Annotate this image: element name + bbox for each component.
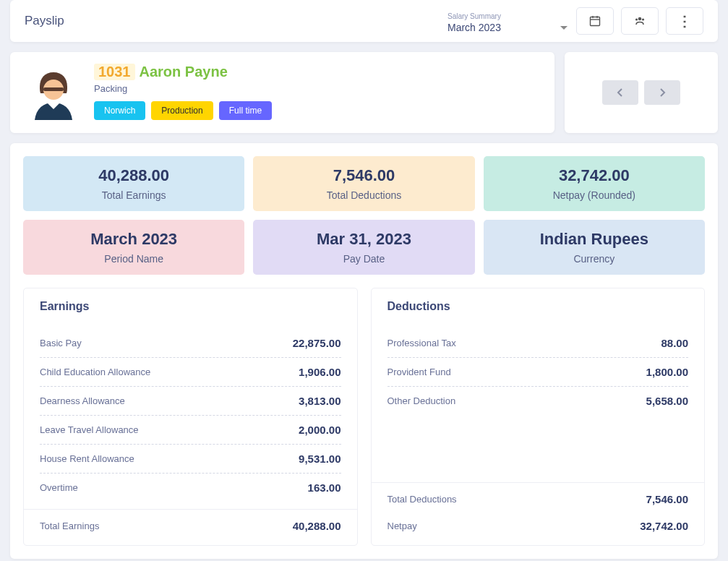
kpi-label: Total Deductions — [260, 189, 467, 201]
svg-rect-8 — [43, 87, 64, 91]
kpi-label: Pay Date — [260, 253, 467, 265]
calendar-icon — [589, 15, 601, 27]
earnings-row: Overtime163.00 — [40, 474, 341, 502]
earnings-body: Basic Pay22,875.00 Child Education Allow… — [24, 325, 357, 509]
avatar — [25, 64, 82, 121]
period-select[interactable]: Salary Summary March 2023 — [446, 12, 569, 35]
more-button[interactable]: ⋮ — [666, 7, 703, 35]
kpi-value: Indian Rupees — [491, 230, 698, 249]
kpi-total-deductions: 7,546.00 Total Deductions — [253, 156, 474, 211]
deductions-body: Professional Tax88.00 Provident Fund1,80… — [372, 325, 705, 482]
tables-row: Earnings Basic Pay22,875.00 Child Educat… — [23, 288, 705, 546]
earnings-row: House Rent Allowance9,531.00 — [40, 445, 341, 474]
tag-location[interactable]: Norwich — [94, 101, 145, 120]
kpi-value: 7,546.00 — [260, 166, 467, 185]
people-button[interactable] — [621, 7, 659, 35]
avatar-icon — [25, 64, 82, 121]
chevron-down-icon — [560, 26, 568, 30]
netpay-row: Netpay 32,742.00 — [387, 513, 689, 539]
earnings-row: Dearness Allowance3,813.00 — [40, 387, 341, 416]
svg-point-4 — [638, 17, 642, 21]
employee-card: 1031 Aaron Payne Packing Norwich Product… — [10, 52, 554, 133]
deductions-card: Deductions Professional Tax88.00 Provide… — [371, 288, 706, 546]
kpi-value: 40,288.00 — [30, 166, 237, 185]
calendar-button[interactable] — [576, 7, 614, 35]
kpi-label: Currency — [491, 253, 698, 265]
earnings-row: Child Education Allowance1,906.00 — [40, 358, 341, 387]
earnings-title: Earnings — [24, 288, 357, 325]
period-select-box[interactable]: March 2023 — [446, 20, 569, 35]
deductions-row: Provident Fund1,800.00 — [387, 358, 689, 387]
chevron-left-icon — [616, 88, 625, 97]
earnings-card: Earnings Basic Pay22,875.00 Child Educat… — [23, 288, 358, 546]
header-bar: Payslip Salary Summary March 2023 ⋮ — [10, 0, 718, 42]
kpi-netpay: 32,742.00 Netpay (Rounded) — [484, 156, 705, 211]
kpi-grid: 40,288.00 Total Earnings 7,546.00 Total … — [23, 156, 705, 275]
period-select-label: Salary Summary — [446, 12, 569, 20]
employee-department: Packing — [94, 83, 540, 94]
kpi-label: Total Earnings — [30, 189, 237, 201]
kpi-value: March 2023 — [30, 230, 237, 249]
earnings-row: Basic Pay22,875.00 — [40, 329, 341, 358]
kpi-currency: Indian Rupees Currency — [484, 220, 705, 275]
header-actions: Salary Summary March 2023 ⋮ — [446, 7, 703, 35]
employee-tags: Norwich Production Full time — [94, 101, 540, 120]
tag-type[interactable]: Full time — [219, 101, 272, 120]
kpi-label: Period Name — [30, 253, 237, 265]
page-title: Payslip — [25, 14, 64, 28]
tag-division[interactable]: Production — [151, 101, 213, 120]
svg-rect-0 — [591, 17, 600, 26]
deductions-footer: Total Deductions 7,546.00 Netpay 32,742.… — [372, 482, 705, 545]
kpi-paydate: Mar 31, 2023 Pay Date — [253, 220, 474, 275]
employee-name: Aaron Payne — [140, 64, 228, 80]
people-icon — [634, 15, 646, 27]
kpi-total-earnings: 40,288.00 Total Earnings — [23, 156, 244, 211]
earnings-row: Leave Travel Allowance2,000.00 — [40, 416, 341, 445]
next-button[interactable] — [644, 80, 680, 105]
earnings-total-row: Total Earnings 40,288.00 — [40, 513, 341, 539]
deductions-row: Professional Tax88.00 — [387, 329, 689, 358]
earnings-footer: Total Earnings 40,288.00 — [24, 509, 357, 545]
employee-info: 1031 Aaron Payne Packing Norwich Product… — [94, 64, 540, 120]
kpi-label: Netpay (Rounded) — [491, 189, 698, 201]
employee-id: 1031 — [94, 64, 135, 80]
prev-button[interactable] — [602, 80, 638, 105]
deductions-title: Deductions — [372, 288, 705, 325]
kpi-value: 32,742.00 — [491, 166, 698, 185]
svg-point-5 — [635, 18, 638, 20]
deductions-total-row: Total Deductions 7,546.00 — [387, 486, 689, 513]
summary-section: 40,288.00 Total Earnings 7,546.00 Total … — [10, 143, 718, 559]
deductions-row: Other Deduction5,658.00 — [387, 387, 689, 415]
period-select-value: March 2023 — [447, 22, 501, 33]
chevron-right-icon — [658, 88, 667, 97]
record-nav-card — [565, 52, 718, 133]
kpi-value: Mar 31, 2023 — [260, 230, 467, 249]
svg-point-6 — [642, 18, 644, 20]
kpi-period: March 2023 Period Name — [23, 220, 244, 275]
